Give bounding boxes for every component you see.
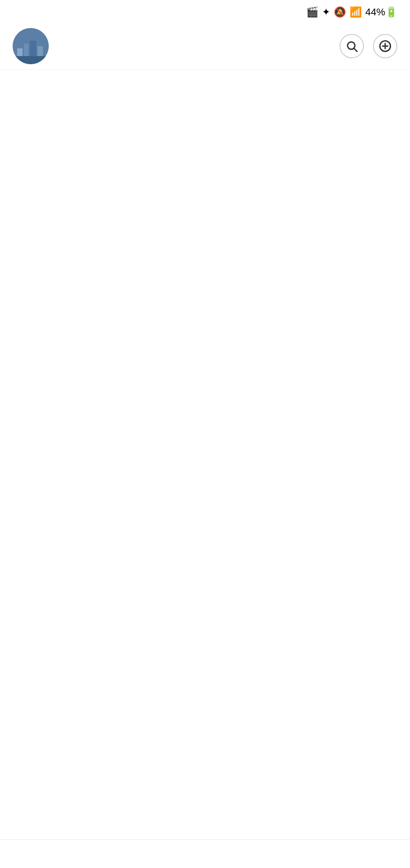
avatar[interactable] [13,28,49,64]
bluetooth-icon: ✦ [322,6,330,18]
svg-rect-4 [37,46,43,57]
svg-line-7 [354,48,357,51]
chat-list [0,70,410,840]
svg-rect-3 [30,41,36,57]
status-icons: 🎬 ✦ 🔕 📶 44%🔋 [306,6,397,18]
mute-icon: 🔕 [334,6,346,18]
bottom-nav [0,840,410,852]
video-icon: 🎬 [306,6,318,18]
system-nav [0,852,410,868]
search-button[interactable] [340,34,364,58]
battery-icon: 44%🔋 [365,6,397,18]
svg-rect-5 [13,56,49,64]
add-button[interactable] [373,34,397,58]
wifi-icon: 📶 [349,6,362,18]
header [0,23,410,70]
status-bar: 🎬 ✦ 🔕 📶 44%🔋 [0,0,410,23]
svg-rect-2 [24,44,28,57]
header-actions [340,34,397,58]
